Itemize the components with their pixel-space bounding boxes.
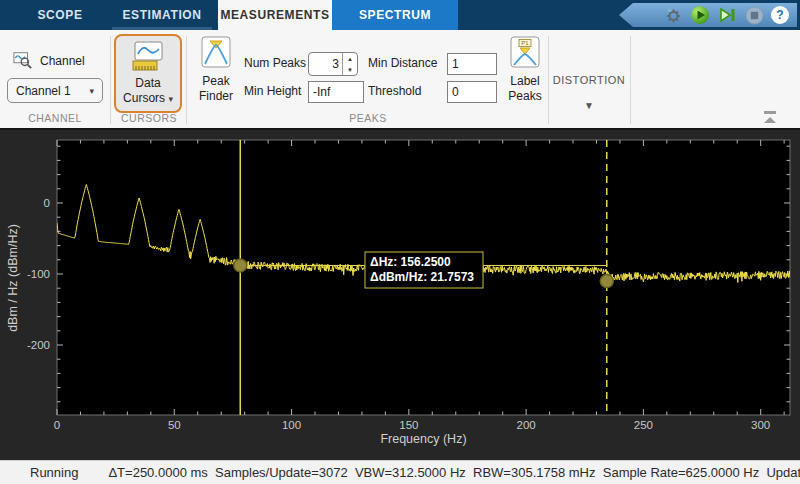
num-peaks-value: 3 <box>309 53 342 75</box>
min-distance-input[interactable] <box>447 53 497 75</box>
tab-scope[interactable]: SCOPE <box>14 0 106 30</box>
collapse-ribbon-arrow-icon <box>764 117 776 123</box>
peak-finder-button[interactable]: Peak Finder <box>190 36 242 104</box>
peak-finder-icon <box>201 36 231 71</box>
step-forward-button-icon[interactable] <box>717 5 737 25</box>
status-state: Running <box>30 465 78 480</box>
threshold-label: Threshold <box>368 80 421 102</box>
cursor-readout-delta-dbm: ΔdBm/Hz: 21.7573 <box>370 270 474 284</box>
spectrum-plot-panel: 0501001502002503000-100-200Frequency (Hz… <box>0 130 800 460</box>
status-info: ΔT=250.0000 ms Samples/Update=3072 VBW=3… <box>108 465 800 480</box>
peaks-section-label: PEAKS <box>188 112 548 128</box>
run-button-icon[interactable] <box>690 5 710 25</box>
x-tick-label: 200 <box>517 419 536 431</box>
data-cursors-label-line1: Data <box>135 76 160 91</box>
tab-spectrum[interactable]: SPECTRUM <box>332 0 458 30</box>
x-tick-label: 150 <box>399 419 418 431</box>
tab-estimation[interactable]: ESTIMATION <box>106 0 218 30</box>
spinner-up-icon[interactable]: ▲ <box>343 53 357 64</box>
channel-selector-icon <box>13 50 33 70</box>
min-distance-label: Min Distance <box>368 52 437 74</box>
distortion-expand-button[interactable]: ▼ <box>548 100 630 111</box>
section-divider <box>110 36 111 124</box>
y-tick-label: -200 <box>27 339 50 351</box>
help-button[interactable]: ? <box>771 6 789 24</box>
chevron-down-icon: ▾ <box>168 94 173 104</box>
section-divider <box>630 36 631 124</box>
num-peaks-label: Num Peaks <box>244 52 306 74</box>
y-axis-label: dBm / Hz (dBm/Hz) <box>6 224 20 332</box>
cursor-readout-delta-hz: ΔHz: 156.2500 <box>370 255 451 269</box>
x-tick-label: 50 <box>168 419 181 431</box>
label-peaks-label-line2: Peaks <box>508 89 541 104</box>
cursor-2-marker[interactable] <box>600 275 613 288</box>
min-height-label: Min Height <box>244 80 301 102</box>
cursors-section-label: CURSORS <box>112 112 186 128</box>
data-cursors-icon <box>129 41 167 76</box>
y-tick-label: 0 <box>44 197 50 209</box>
svg-text:P1: P1 <box>521 40 529 46</box>
x-tick-label: 0 <box>54 419 60 431</box>
collapse-ribbon-bar-icon <box>764 111 776 114</box>
status-bar: Running ΔT=250.0000 ms Samples/Update=30… <box>0 460 800 484</box>
num-peaks-spinner[interactable]: 3 ▲ ▼ <box>308 52 358 76</box>
label-peaks-label-line1: Label <box>510 74 539 89</box>
quick-access-toolbar: ? <box>619 3 797 27</box>
cursor-1-marker[interactable] <box>234 259 247 272</box>
channel-section-label: CHANNEL <box>0 112 110 128</box>
stop-button-icon[interactable] <box>744 5 764 25</box>
channel-dropdown[interactable]: Channel 1 ▾ <box>7 78 103 103</box>
x-axis-label: Frequency (Hz) <box>380 432 466 446</box>
label-peaks-icon: P1 <box>510 36 540 71</box>
spectrum-plot[interactable]: 0501001502002503000-100-200Frequency (Hz… <box>0 130 800 460</box>
channel-label: Channel <box>40 50 85 72</box>
chevron-down-icon: ▾ <box>89 86 94 96</box>
peak-finder-label-line2: Finder <box>199 89 233 104</box>
spectrum-analyzer-window: SCOPE ESTIMATION MEASUREMENTS SPECTRUM <box>0 0 800 484</box>
x-tick-label: 300 <box>751 419 770 431</box>
data-cursors-label-line2: Cursors ▾ <box>123 91 173 107</box>
ribbon-toolbar: Channel Channel 1 ▾ CHANNEL <box>0 30 800 130</box>
x-tick-label: 250 <box>634 419 653 431</box>
section-divider <box>186 36 187 124</box>
data-cursors-button[interactable]: Data Cursors ▾ <box>114 34 182 113</box>
spinner-down-icon[interactable]: ▼ <box>343 64 357 75</box>
distortion-section-label: DISTORTION <box>548 74 630 86</box>
peak-finder-label-line1: Peak <box>202 74 229 89</box>
threshold-input[interactable] <box>447 81 497 103</box>
x-tick-label: 100 <box>282 419 301 431</box>
settings-gear-icon[interactable] <box>663 5 683 25</box>
collapse-ribbon-button[interactable] <box>760 110 780 126</box>
channel-dropdown-value: Channel 1 <box>16 84 71 98</box>
min-height-input[interactable] <box>308 81 364 103</box>
tabbar: SCOPE ESTIMATION MEASUREMENTS SPECTRUM <box>0 0 800 30</box>
y-tick-label: -100 <box>27 268 50 280</box>
tab-measurements[interactable]: MEASUREMENTS <box>218 0 332 30</box>
label-peaks-button[interactable]: P1 Label Peaks <box>503 36 547 104</box>
